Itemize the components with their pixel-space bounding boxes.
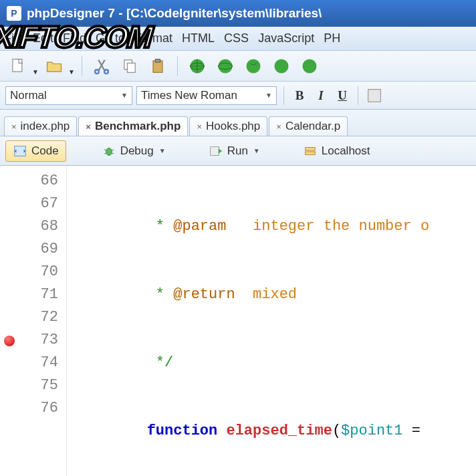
bold-button[interactable]: B (291, 87, 308, 104)
tab-index[interactable]: ×index.php (4, 116, 77, 136)
watermark: XIFTO.COM (0, 19, 153, 55)
chevron-down-icon: ▼ (159, 147, 166, 154)
format-toolbar: Normal▼ Times New Roman▼ B I U (0, 82, 476, 110)
open-file-button[interactable] (41, 53, 67, 79)
globe-2-button[interactable] (241, 53, 266, 79)
svg-point-16 (106, 148, 112, 155)
code-view-button[interactable]: Code (5, 140, 66, 162)
svg-rect-14 (368, 89, 381, 102)
tab-benchmark[interactable]: ×Benchmark.php (78, 116, 188, 136)
svg-point-9 (218, 59, 232, 73)
svg-rect-6 (155, 59, 160, 62)
dropdown-arrow-icon[interactable]: ▼ (68, 68, 75, 76)
close-icon[interactable]: × (11, 122, 17, 132)
svg-point-1 (95, 70, 99, 74)
bug-icon (102, 144, 116, 158)
menu-php[interactable]: PH (324, 31, 340, 45)
svg-rect-4 (127, 63, 135, 72)
svg-rect-15 (15, 146, 26, 156)
svg-rect-18 (305, 147, 315, 150)
underline-button[interactable]: U (334, 87, 351, 104)
code-area[interactable]: * @param integer the number o * @return … (67, 166, 476, 476)
svg-rect-0 (13, 59, 22, 72)
localhost-button[interactable]: Localhost (295, 140, 378, 162)
style-selector[interactable]: Normal▼ (5, 86, 132, 105)
svg-rect-17 (210, 146, 219, 155)
paste-button[interactable] (145, 53, 170, 79)
svg-point-11 (246, 59, 260, 73)
menu-javascript[interactable]: JavaScript (258, 31, 314, 45)
tab-calendar[interactable]: ×Calendar.p (269, 116, 348, 136)
code-icon (13, 144, 27, 158)
font-selector[interactable]: Times New Roman▼ (136, 86, 277, 105)
close-icon[interactable]: × (276, 122, 281, 132)
globe-3-button[interactable] (269, 53, 294, 79)
play-icon (209, 144, 223, 158)
run-button[interactable]: Run▼ (201, 140, 267, 162)
view-toolbar: Code Debug▼ Run▼ Localhost (0, 136, 476, 166)
chevron-down-icon: ▼ (265, 92, 272, 99)
globe-green-button[interactable] (185, 53, 210, 79)
breakpoint-icon[interactable] (4, 336, 15, 346)
close-icon[interactable]: × (197, 122, 202, 132)
chevron-down-icon: ▼ (121, 92, 128, 99)
menu-css[interactable]: CSS (224, 31, 249, 45)
line-gutter: 66 67 68 69 70 71 72 73 74 75 76 (0, 166, 67, 476)
close-icon[interactable]: × (86, 122, 91, 132)
main-toolbar: ▼ ▼ (0, 51, 476, 82)
debug-button[interactable]: Debug▼ (94, 140, 173, 162)
extra-button[interactable] (365, 86, 384, 105)
svg-point-12 (274, 59, 288, 73)
chevron-down-icon: ▼ (253, 147, 260, 154)
new-file-button[interactable] (5, 53, 31, 79)
globe-button[interactable] (213, 53, 238, 79)
svg-rect-19 (305, 151, 315, 154)
code-editor[interactable]: 66 67 68 69 70 71 72 73 74 75 76 * @para… (0, 166, 476, 476)
globe-4-button[interactable] (297, 53, 322, 79)
tab-hooks[interactable]: ×Hooks.php (189, 116, 267, 136)
italic-button[interactable]: I (312, 87, 330, 104)
copy-button[interactable] (117, 53, 142, 79)
cut-button[interactable] (89, 53, 114, 79)
file-tabs: ×index.php ×Benchmark.php ×Hooks.php ×Ca… (0, 110, 476, 136)
svg-point-13 (302, 59, 316, 73)
dropdown-arrow-icon[interactable]: ▼ (32, 68, 39, 76)
svg-point-2 (104, 70, 108, 74)
menu-html[interactable]: HTML (182, 31, 215, 45)
server-icon (303, 144, 318, 158)
